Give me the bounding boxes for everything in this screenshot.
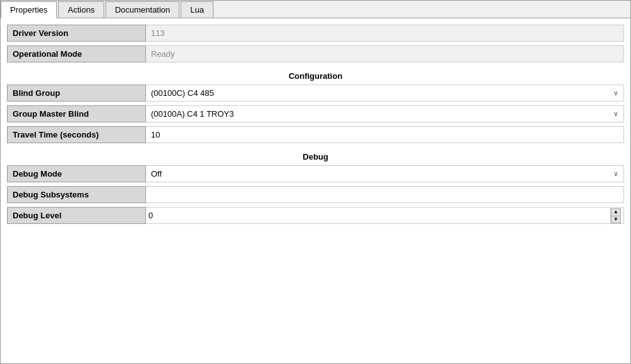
blind-group-label: Blind Group: [7, 85, 146, 102]
debug-mode-text: Off: [151, 169, 162, 179]
blind-group-value[interactable]: (00100C) C4 485 ∨: [146, 85, 624, 102]
group-master-blind-dropdown[interactable]: (00100A) C4 1 TROY3 ∨: [151, 109, 618, 119]
driver-version-label: Driver Version: [7, 25, 146, 42]
blind-group-row: Blind Group (00100C) C4 485 ∨: [7, 85, 624, 102]
debug-level-up-button[interactable]: ▲: [611, 208, 621, 216]
group-master-blind-arrow-icon: ∨: [613, 110, 618, 118]
travel-time-label: Travel Time (seconds): [7, 126, 146, 143]
operational-mode-value: Ready: [146, 45, 624, 62]
group-master-blind-label: Group Master Blind: [7, 105, 146, 122]
driver-version-row: Driver Version 113: [7, 25, 624, 42]
configuration-header: Configuration: [7, 66, 624, 85]
debug-level-down-button[interactable]: ▼: [611, 216, 621, 223]
debug-level-input[interactable]: [148, 208, 608, 223]
tab-documentation[interactable]: Documentation: [105, 1, 179, 18]
debug-subsystems-value[interactable]: [146, 186, 624, 203]
tab-lua[interactable]: Lua: [181, 1, 213, 18]
group-master-blind-value[interactable]: (00100A) C4 1 TROY3 ∨: [146, 105, 624, 122]
debug-mode-dropdown[interactable]: Off ∨: [151, 169, 618, 179]
tab-bar: Properties Actions Documentation Lua: [1, 1, 630, 18]
debug-mode-label: Debug Mode: [7, 165, 146, 182]
blind-group-dropdown[interactable]: (00100C) C4 485 ∨: [151, 88, 618, 98]
driver-version-value: 113: [146, 25, 624, 42]
group-master-blind-text: (00100A) C4 1 TROY3: [151, 109, 234, 119]
debug-level-value[interactable]: ▲ ▼: [146, 207, 624, 224]
group-master-blind-row: Group Master Blind (00100A) C4 1 TROY3 ∨: [7, 105, 624, 122]
blind-group-arrow-icon: ∨: [613, 89, 618, 97]
debug-mode-row: Debug Mode Off ∨: [7, 165, 624, 182]
properties-content: Driver Version 113 Operational Mode Read…: [1, 18, 630, 234]
debug-mode-value[interactable]: Off ∨: [146, 165, 624, 182]
debug-level-row: Debug Level ▲ ▼: [7, 207, 624, 224]
debug-mode-arrow-icon: ∨: [613, 170, 618, 178]
debug-header: Debug: [7, 147, 624, 165]
travel-time-value[interactable]: 10: [146, 126, 624, 143]
tab-properties[interactable]: Properties: [1, 1, 57, 18]
debug-subsystems-row: Debug Subsystems: [7, 186, 624, 203]
debug-level-spinner[interactable]: ▲ ▼: [148, 208, 621, 223]
debug-level-label: Debug Level: [7, 207, 146, 224]
debug-level-spinner-buttons: ▲ ▼: [610, 208, 621, 223]
operational-mode-row: Operational Mode Ready: [7, 45, 624, 62]
debug-subsystems-label: Debug Subsystems: [7, 186, 146, 203]
blind-group-text: (00100C) C4 485: [151, 88, 214, 98]
main-container: Properties Actions Documentation Lua Dri…: [0, 0, 631, 364]
tab-actions[interactable]: Actions: [58, 1, 104, 18]
travel-time-row: Travel Time (seconds) 10: [7, 126, 624, 143]
operational-mode-label: Operational Mode: [7, 45, 146, 62]
